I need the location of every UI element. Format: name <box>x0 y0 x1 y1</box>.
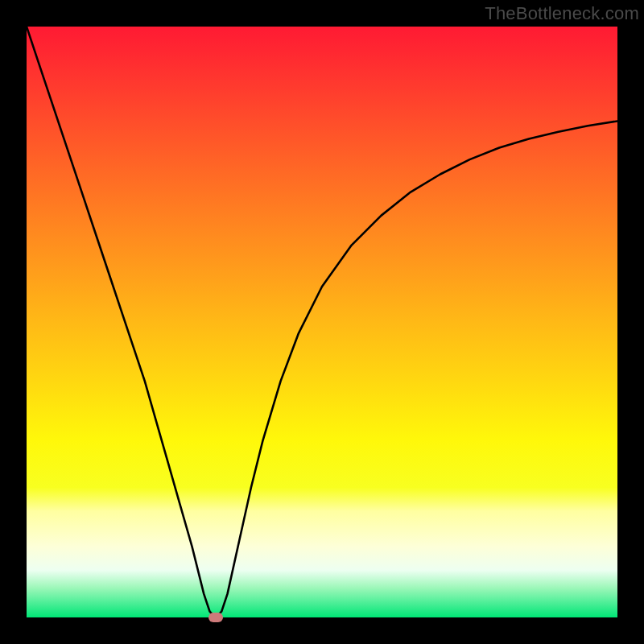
bottleneck-curve <box>27 27 617 617</box>
chart-stage: TheBottleneck.com <box>0 0 644 644</box>
watermark-text: TheBottleneck.com <box>485 3 639 24</box>
plot-area <box>27 27 617 617</box>
optimum-marker <box>208 613 223 622</box>
